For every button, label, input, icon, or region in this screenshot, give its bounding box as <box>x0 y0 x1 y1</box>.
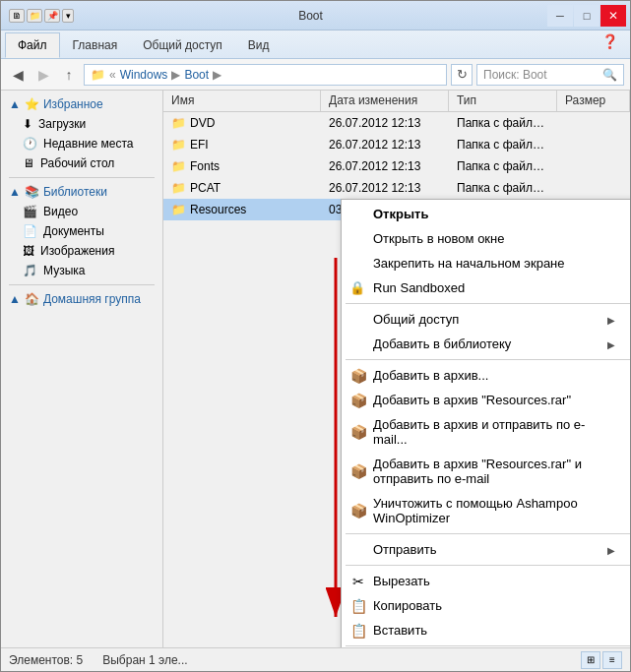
path-windows[interactable]: Windows <box>120 68 168 82</box>
homegroup-section: ▲ 🏠 Домашняя группа <box>1 289 162 309</box>
menu-item-pin[interactable]: Закрепить на начальном экране <box>342 251 630 275</box>
view-list-button[interactable]: ≡ <box>602 651 622 669</box>
paste-icon: 📋 <box>349 622 367 640</box>
maximize-button[interactable]: □ <box>574 5 599 27</box>
archive-rar-email-icon: 📦 <box>349 462 367 480</box>
menu-label-cut: Вырезать <box>373 574 430 588</box>
main-content: ▲ ⭐ Избранное ⬇ Загрузки 🕐 Недавние мест… <box>1 91 630 647</box>
status-bar: Элементов: 5 Выбран 1 эле... ⊞ ≡ <box>1 647 630 671</box>
folder-icon: 📁 <box>171 181 186 195</box>
sidebar-divider-1 <box>9 177 155 178</box>
menu-item-add-arch-rar-email[interactable]: 📦 Добавить в архив "Resources.rar" и отп… <box>342 452 630 491</box>
downloads-icon: ⬇ <box>23 117 32 131</box>
star-icon: ⭐ <box>25 97 39 111</box>
help-button[interactable]: ❓ <box>594 31 626 58</box>
images-icon: 🖼 <box>23 244 34 258</box>
file-type-pcat: Папка с файлами <box>449 179 557 197</box>
search-icon[interactable]: 🔍 <box>602 68 617 82</box>
view-grid-button[interactable]: ⊞ <box>581 651 600 669</box>
menu-item-copy[interactable]: 📋 Копировать <box>342 593 630 618</box>
sidebar-favorites-header[interactable]: ▲ ⭐ Избранное <box>1 94 162 114</box>
homegroup-label: Домашняя группа <box>43 292 141 306</box>
tab-file[interactable]: Файл <box>5 32 60 58</box>
table-row[interactable]: 📁 EFI 26.07.2012 12:13 Папка с файлами <box>163 134 630 155</box>
desktop-label: Рабочий стол <box>40 156 114 170</box>
tab-share[interactable]: Общий доступ <box>130 32 235 58</box>
menu-item-sandbox[interactable]: 🔒 Run Sandboxed <box>342 275 630 300</box>
menu-item-open[interactable]: Открыть <box>342 202 630 226</box>
tab-home[interactable]: Главная <box>60 32 131 58</box>
sidebar-item-desktop[interactable]: 🖥 Рабочий стол <box>1 153 162 173</box>
copy-icon: 📋 <box>349 597 367 615</box>
sidebar-item-music[interactable]: 🎵 Музыка <box>1 261 162 280</box>
sidebar-libraries-header[interactable]: ▲ 📚 Библиотеки <box>1 182 162 202</box>
homegroup-arrow: ▲ <box>9 292 21 306</box>
col-size-header[interactable]: Размер <box>557 91 630 111</box>
file-date-pcat: 26.07.2012 12:13 <box>321 179 449 197</box>
refresh-button[interactable]: ↻ <box>451 64 473 86</box>
menu-item-cut[interactable]: ✂ Вырезать <box>342 569 630 593</box>
tb-icon-pin: 📌 <box>44 9 60 23</box>
menu-item-paste[interactable]: 📋 Вставить <box>342 618 630 642</box>
video-icon: 🎬 <box>23 205 37 218</box>
sidebar-divider-2 <box>9 284 155 285</box>
folder-icon: 📁 <box>171 138 186 152</box>
sidebar: ▲ ⭐ Избранное ⬇ Загрузки 🕐 Недавние мест… <box>1 91 163 647</box>
file-type-fonts: Папка с файлами <box>449 157 557 175</box>
menu-item-add-arch[interactable]: 📦 Добавить в архив... <box>342 363 630 388</box>
send-arrow <box>607 542 615 557</box>
col-type-header[interactable]: Тип <box>449 91 557 111</box>
close-button[interactable]: ✕ <box>600 5 626 27</box>
menu-label-share: Общий доступ <box>373 312 459 327</box>
col-date-header[interactable]: Дата изменения <box>321 91 449 111</box>
file-size-pcat <box>557 186 630 190</box>
share-arrow <box>607 312 615 327</box>
address-bar: ◀ ▶ ↑ 📁 « Windows ▶ Boot ▶ ↻ Поиск: Boot… <box>1 59 630 91</box>
sidebar-item-video[interactable]: 🎬 Видео <box>1 202 162 221</box>
archive-rar-icon: 📦 <box>349 392 367 409</box>
file-name-resources: 📁 Resources <box>163 201 321 218</box>
menu-item-open-new[interactable]: Открыть в новом окне <box>342 226 630 251</box>
sidebar-item-downloads[interactable]: ⬇ Загрузки <box>1 114 162 134</box>
sidebar-homegroup-header[interactable]: ▲ 🏠 Домашняя группа <box>1 289 162 309</box>
address-path[interactable]: 📁 « Windows ▶ Boot ▶ <box>84 64 447 86</box>
file-list-area: Имя Дата изменения Тип Размер 📁 DVD 26.0… <box>163 91 630 647</box>
recent-icon: 🕐 <box>23 137 37 151</box>
col-name-header[interactable]: Имя <box>163 91 321 111</box>
sidebar-item-images[interactable]: 🖼 Изображения <box>1 241 162 261</box>
folder-icon: 📁 <box>171 116 186 130</box>
music-label: Музыка <box>43 264 85 277</box>
explorer-window: 🗎 📁 📌 ▾ Boot ─ □ ✕ Файл Главная Общий до… <box>0 0 631 672</box>
path-boot[interactable]: Boot <box>184 68 209 82</box>
sidebar-item-recent[interactable]: 🕐 Недавние места <box>1 134 162 153</box>
docs-icon: 📄 <box>23 224 37 238</box>
music-icon: 🎵 <box>23 264 37 277</box>
menu-item-add-lib[interactable]: Добавить в библиотеку <box>342 332 630 356</box>
sidebar-item-docs[interactable]: 📄 Документы <box>1 221 162 241</box>
title-bar-left: 🗎 📁 📌 ▾ <box>9 9 74 23</box>
back-button[interactable]: ◀ <box>7 64 29 86</box>
table-row[interactable]: 📁 DVD 26.07.2012 12:13 Папка с файлами <box>163 112 630 134</box>
menu-label-add-arch: Добавить в архив... <box>373 368 488 383</box>
tab-view[interactable]: Вид <box>235 32 283 58</box>
menu-label-copy: Копировать <box>373 598 442 613</box>
tb-dropdown[interactable]: ▾ <box>62 9 74 23</box>
libraries-icon: 📚 <box>25 185 39 199</box>
minimize-button[interactable]: ─ <box>547 5 573 27</box>
table-row[interactable]: 📁 Fonts 26.07.2012 12:13 Папка с файлами <box>163 155 630 177</box>
menu-item-ashampoo[interactable]: 📦 Уничтожить с помощью Ashampoo WinOptim… <box>342 491 630 530</box>
menu-item-share[interactable]: Общий доступ <box>342 307 630 332</box>
favorites-section: ▲ ⭐ Избранное ⬇ Загрузки 🕐 Недавние мест… <box>1 94 162 173</box>
table-row[interactable]: 📁 PCAT 26.07.2012 12:13 Папка с файлами <box>163 177 630 199</box>
up-button[interactable]: ↑ <box>58 64 80 86</box>
file-size-fonts <box>557 164 630 168</box>
menu-item-send[interactable]: Отправить <box>342 537 630 562</box>
menu-label-open-new: Открыть в новом окне <box>373 231 504 246</box>
context-menu: Открыть Открыть в новом окне Закрепить н… <box>341 199 630 647</box>
menu-item-add-arch-rar[interactable]: 📦 Добавить в архив "Resources.rar" <box>342 388 630 412</box>
status-elements: Элементов: 5 <box>9 653 83 667</box>
menu-item-add-arch-email[interactable]: 📦 Добавить в архив и отправить по e-mail… <box>342 412 630 452</box>
search-box[interactable]: Поиск: Boot 🔍 <box>476 64 624 86</box>
forward-button[interactable]: ▶ <box>32 64 54 86</box>
file-name-pcat: 📁 PCAT <box>163 179 321 197</box>
